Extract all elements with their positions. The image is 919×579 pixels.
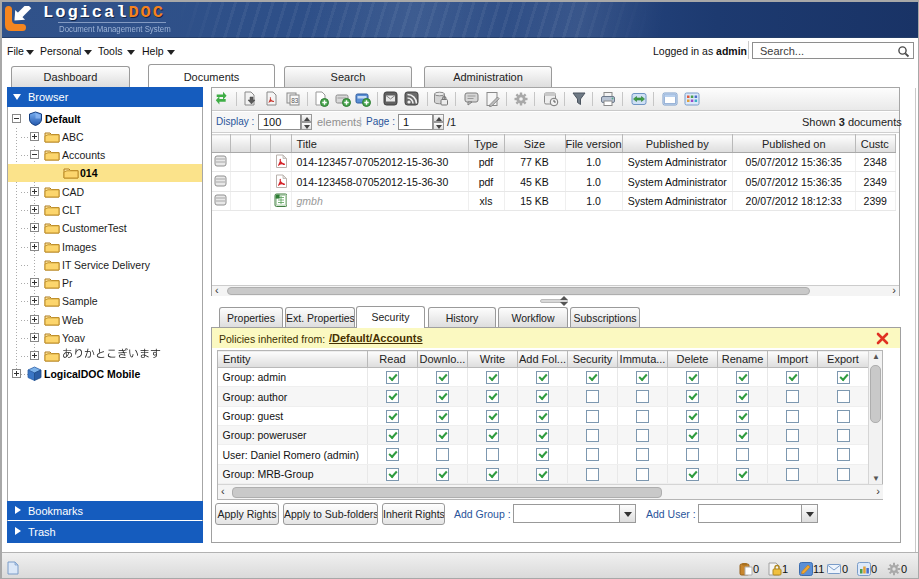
svg-text:83: 83: [291, 97, 299, 104]
